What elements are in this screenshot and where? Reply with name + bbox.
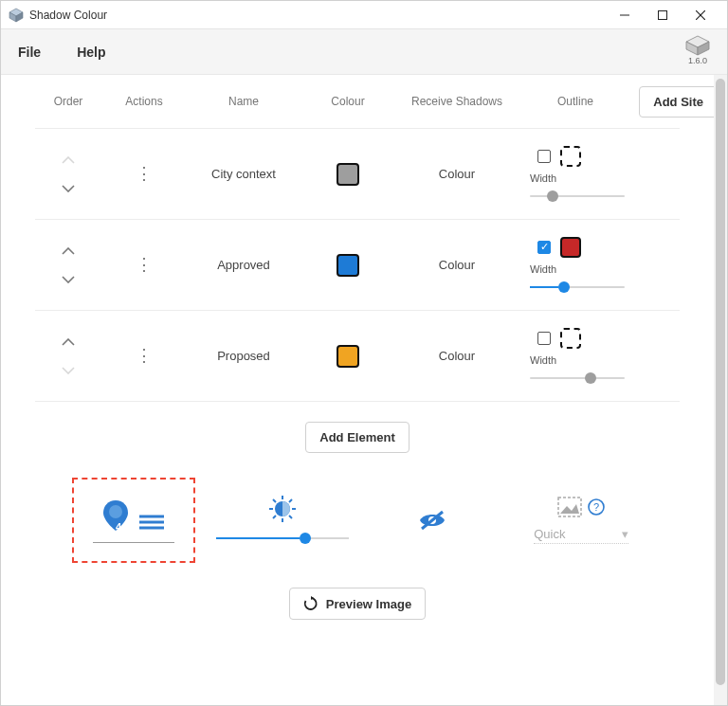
maximize-button[interactable] <box>644 1 682 29</box>
outline-checkbox[interactable] <box>537 150 551 163</box>
cube-icon <box>685 35 710 56</box>
svg-rect-4 <box>659 10 667 19</box>
col-receive: Receive Shadows <box>395 95 519 108</box>
window-title: Shadow Colour <box>29 9 107 22</box>
content-area: Order Actions Name Colour Receive Shadow… <box>1 75 727 705</box>
svg-line-20 <box>289 516 292 518</box>
close-button[interactable] <box>682 1 719 29</box>
svg-line-19 <box>273 499 276 502</box>
move-down-icon[interactable] <box>62 276 75 283</box>
outline-checkbox[interactable] <box>537 332 551 345</box>
colour-swatch[interactable] <box>337 254 359 277</box>
pin-number: 4 <box>116 521 121 533</box>
width-label: Width <box>530 172 556 184</box>
refresh-icon <box>303 596 318 611</box>
version-text: 1.6.0 <box>685 56 710 65</box>
table-header: Order Actions Name Colour Receive Shadow… <box>35 75 680 128</box>
underline <box>93 542 174 543</box>
svg-point-10 <box>109 505 122 518</box>
width-slider[interactable] <box>530 190 625 203</box>
highlight-frame: 4 <box>72 478 195 563</box>
titlebar: Shadow Colour <box>1 1 727 29</box>
row-name: Approved <box>187 258 300 272</box>
app-icon <box>9 8 24 23</box>
add-element-button[interactable]: Add Element <box>305 422 409 453</box>
receive-shadows-value[interactable]: Colour <box>395 349 519 363</box>
preview-label: Preview Image <box>326 597 411 611</box>
lines-icon[interactable] <box>137 514 166 533</box>
app-window: Shadow Colour File Help 1.6.0 Order Acti… <box>0 0 728 706</box>
brightness-icon[interactable] <box>269 496 296 522</box>
scroll-thumb[interactable] <box>716 79 725 685</box>
menu-help[interactable]: Help <box>77 45 105 60</box>
table-row: ⋮ApprovedColour✓Width <box>35 220 680 311</box>
move-up-icon <box>62 156 75 164</box>
svg-line-21 <box>289 499 292 502</box>
col-outline: Outline <box>519 95 632 108</box>
move-up-icon[interactable] <box>62 338 75 346</box>
vertical-scrollbar[interactable] <box>714 75 727 705</box>
width-slider[interactable] <box>530 371 625 385</box>
more-actions-icon[interactable]: ⋮ <box>101 262 187 268</box>
row-name: City context <box>187 167 300 181</box>
table-row: ⋮City contextColourWidth <box>35 129 680 220</box>
quick-label: Quick <box>534 527 565 541</box>
menu-file[interactable]: File <box>18 45 41 60</box>
more-actions-icon[interactable]: ⋮ <box>101 353 187 359</box>
width-label: Width <box>530 263 556 275</box>
eye-off-icon[interactable] <box>418 510 446 531</box>
width-label: Width <box>530 354 556 366</box>
move-down-icon <box>62 367 75 374</box>
outline-swatch[interactable] <box>560 328 581 349</box>
more-actions-icon[interactable]: ⋮ <box>101 171 187 177</box>
bottom-panel: 4 <box>35 478 680 582</box>
receive-shadows-value[interactable]: Colour <box>395 258 519 272</box>
table-row: ⋮ProposedColourWidth <box>35 311 680 402</box>
site-table: ⋮City contextColourWidth⋮ApprovedColour✓… <box>35 128 680 402</box>
image-dashed-icon[interactable] <box>557 497 582 517</box>
chevron-down-icon: ▾ <box>622 527 628 541</box>
outline-swatch[interactable] <box>560 237 581 258</box>
move-down-icon[interactable] <box>62 185 75 192</box>
colour-swatch[interactable] <box>337 345 359 368</box>
receive-shadows-value[interactable]: Colour <box>395 167 519 181</box>
version-badge: 1.6.0 <box>685 35 710 65</box>
svg-text:?: ? <box>593 501 599 513</box>
menubar: File Help 1.6.0 <box>1 29 727 75</box>
colour-swatch[interactable] <box>337 163 359 186</box>
preview-image-button[interactable]: Preview Image <box>289 588 426 620</box>
col-actions: Actions <box>101 95 187 108</box>
col-name: Name <box>187 95 300 108</box>
col-order: Order <box>35 95 101 108</box>
quick-dropdown[interactable]: Quick ▾ <box>534 527 628 544</box>
width-slider[interactable] <box>530 281 625 294</box>
col-colour: Colour <box>300 95 395 108</box>
outline-checkbox[interactable]: ✓ <box>537 241 551 254</box>
move-up-icon[interactable] <box>62 247 75 255</box>
brightness-slider[interactable] <box>216 532 349 545</box>
add-site-button[interactable]: Add Site <box>639 86 714 118</box>
svg-marker-26 <box>560 504 579 514</box>
svg-line-22 <box>273 516 276 518</box>
outline-swatch[interactable] <box>560 146 581 167</box>
help-icon[interactable]: ? <box>588 498 605 516</box>
row-name: Proposed <box>187 349 300 363</box>
minimize-button[interactable] <box>606 1 644 29</box>
scroll-area: Order Actions Name Colour Receive Shadow… <box>1 75 714 705</box>
